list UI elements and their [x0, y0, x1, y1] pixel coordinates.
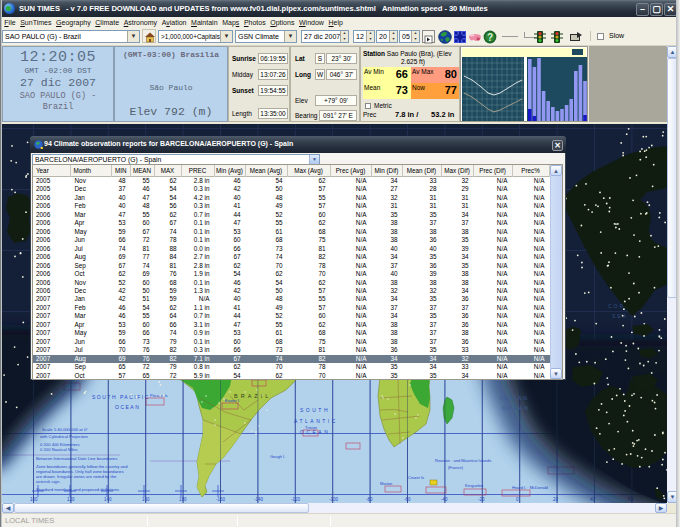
svg-text:OCEAN: OCEAN — [502, 405, 530, 411]
svg-text:INDIAN: INDIAN — [500, 395, 529, 401]
svg-text:20: 20 — [553, 497, 559, 502]
svg-text:?: ? — [487, 32, 493, 43]
svg-text:100: 100 — [30, 497, 38, 502]
svg-text:(France): (France) — [448, 465, 464, 470]
svg-text:Gough I.: Gough I. — [270, 454, 285, 459]
svg-text:asterisk sign.: asterisk sign. — [36, 479, 60, 484]
svg-text:SOUTH PACIFIC: SOUTH PACIFIC — [92, 394, 150, 400]
svg-text:Heard I. · McDonald: Heard I. · McDonald — [512, 485, 548, 490]
svg-text:with Cylindrical Projection: with Cylindrical Projection — [40, 434, 88, 439]
svg-text:-100: -100 — [329, 497, 339, 502]
svg-text:Between International Date Lin: Between International Date Line boundari… — [36, 456, 117, 461]
svg-text:Kerguelen: Kerguelen — [465, 483, 483, 488]
svg-text:Scale 1:40,000,000 at 0°: Scale 1:40,000,000 at 0° — [42, 427, 88, 432]
svg-text:SEA: SEA — [612, 313, 628, 319]
svg-text:SOUTH: SOUTH — [300, 407, 330, 413]
svg-text:Pitcairn Is: Pitcairn Is — [150, 393, 168, 398]
svg-text:Tristan: Tristan — [305, 425, 317, 430]
svg-text:-80: -80 — [366, 497, 373, 502]
svg-text:Crozet Is: Crozet Is — [408, 475, 424, 480]
svg-text:-140: -140 — [254, 497, 264, 502]
svg-text:-20: -20 — [478, 497, 485, 502]
svg-text:ATLANTIC: ATLANTIC — [294, 418, 338, 424]
svg-text:OCEAN: OCEAN — [115, 404, 140, 410]
svg-text:Easter I.: Easter I. — [225, 398, 240, 403]
svg-text:Marion: Marion — [380, 481, 392, 486]
svg-text:Reunion · and Mauritius Island: Reunion · and Mauritius Islands — [435, 458, 491, 463]
svg-text:0 200 Nautical Miles: 0 200 Nautical Miles — [40, 447, 78, 452]
